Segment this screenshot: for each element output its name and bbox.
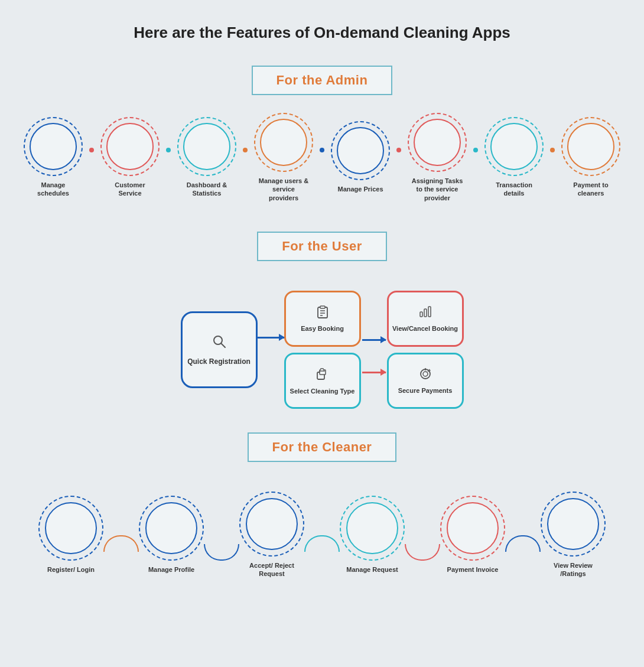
cleaner-item-payment-invoice: Payment Invoice: [440, 496, 505, 574]
circle-inner-8: [567, 123, 614, 170]
circle-label-4: Manage users & service providers: [257, 177, 310, 202]
page-wrapper: Here are the Features of On-demand Clean…: [0, 0, 644, 613]
circle-outer-3: [177, 117, 236, 176]
cleaner-circle-outer-2: [139, 496, 204, 561]
connector-5-6: [390, 148, 408, 152]
svg-rect-11: [428, 307, 431, 317]
svg-point-13: [423, 372, 428, 376]
arc-blue-bottom: [204, 544, 239, 561]
circle-outer-4: [254, 113, 313, 172]
circle-inner-1: [30, 123, 77, 170]
connector-7-8: [544, 148, 561, 152]
select-cleaning-box: Select Cleaning Type: [284, 353, 361, 409]
cleaner-circle-outer-1: [38, 496, 103, 561]
cleaner-circle-outer-5: [440, 496, 505, 561]
mid-to-right-arrows: [362, 326, 386, 373]
right-column: View/Cancel Booking Secure Payments: [387, 291, 464, 409]
main-title: Here are the Features of On-demand Clean…: [12, 24, 632, 42]
dot-5-6: [396, 148, 401, 152]
admin-item-manage-users: Manage users & service providers: [254, 113, 313, 202]
admin-item-assigning-tasks: Assigning Tasks to the service provider: [408, 113, 467, 202]
circle-outer-5: [331, 121, 390, 180]
arc-5-6: [505, 518, 541, 552]
svg-rect-9: [420, 312, 422, 317]
circle-inner-7: [490, 123, 538, 170]
easy-booking-box: Easy Booking: [284, 291, 361, 347]
view-cancel-box: View/Cancel Booking: [387, 291, 464, 347]
circle-label-5: Manage Prices: [337, 185, 383, 193]
cleaner-label-5: Payment Invoice: [447, 565, 499, 574]
cleaner-circle-inner-5: [447, 502, 499, 554]
circle-inner-6: [414, 119, 461, 166]
search-icon: [211, 333, 227, 353]
admin-item-transaction: Transaction details: [484, 117, 544, 198]
cleaner-label-1: Register/ Login: [47, 565, 95, 574]
dot-6-7: [473, 148, 478, 152]
circle-outer-6: [408, 113, 467, 172]
circle-inner-3: [183, 123, 230, 170]
qr-label: Quick Registration: [187, 357, 251, 366]
cleaner-circles-row: Register/ Login Manage Profile Accept/ R…: [12, 480, 632, 590]
dot-4-5: [320, 148, 324, 152]
dot-2-3: [166, 148, 171, 152]
arc-orange-top: [103, 535, 139, 552]
cleaner-circle-inner-4: [346, 502, 398, 554]
admin-circles-row: Manage schedules Customer Service Dashbo…: [12, 113, 632, 202]
cleaner-label-6: View Review /Ratings: [547, 561, 600, 578]
user-section-header: For the User: [12, 232, 632, 261]
user-label: For the User: [257, 232, 387, 261]
cleaner-circle-inner-6: [547, 498, 599, 550]
cleaner-section-header: For the Cleaner: [12, 432, 632, 462]
circle-label-1: Manage schedules: [27, 181, 80, 198]
circle-inner-5: [337, 127, 384, 174]
easy-booking-label: Easy Booking: [301, 325, 344, 332]
arc-4-5: [405, 544, 440, 561]
dot-7-8: [550, 148, 555, 152]
arc-blue-top-2: [505, 535, 541, 552]
middle-column: Easy Booking Select Cleaning Type: [284, 291, 361, 409]
circle-inner-2: [106, 123, 154, 170]
admin-item-customer-service: Customer Service: [100, 117, 160, 198]
cleaner-label-3: Accept/ Reject Request: [245, 561, 298, 578]
cleaner-item-view-review: View Review /Ratings: [541, 492, 606, 578]
connector-6-7: [467, 148, 484, 152]
admin-item-payment: Payment to cleaners: [561, 117, 620, 198]
quick-registration-box: Quick Registration: [181, 311, 258, 388]
arc-3-4: [304, 518, 340, 552]
arc-red-bottom: [405, 544, 440, 561]
circle-label-6: Assigning Tasks to the service provider: [411, 177, 464, 202]
clipboard-icon: [316, 305, 330, 321]
cleaner-circle-outer-4: [340, 496, 405, 561]
cleaning-icon: [315, 366, 330, 384]
circle-label-7: Transaction details: [487, 181, 541, 198]
arc-2-3: [204, 544, 239, 561]
dot-1-2: [89, 148, 94, 152]
connector-3-4: [236, 148, 254, 152]
svg-rect-3: [320, 306, 325, 308]
cleaner-circle-outer-3: [239, 492, 304, 557]
circle-outer-8: [561, 117, 620, 176]
arrow-selectcleaning-to-secure: [362, 372, 386, 373]
arrow-easy-to-viewcancel: [362, 339, 386, 341]
connector-4-5: [313, 148, 331, 152]
cleaner-circle-outer-6: [541, 492, 606, 557]
circle-outer-7: [484, 117, 544, 176]
cleaner-label-4: Manage Request: [346, 565, 398, 574]
admin-section-header: For the Admin: [12, 66, 632, 95]
select-cleaning-label: Select Cleaning Type: [290, 388, 355, 395]
user-flow: Quick Registration Easy Booking: [12, 279, 632, 432]
chart-icon: [418, 305, 432, 321]
connector-1-2: [83, 148, 100, 152]
admin-item-manage-prices: Manage Prices: [331, 121, 390, 193]
admin-label: For the Admin: [252, 66, 393, 95]
circle-outer-1: [24, 117, 83, 176]
dot-3-4: [243, 148, 248, 152]
secure-payments-box: Secure Payments: [387, 353, 464, 409]
target-icon: [418, 367, 432, 383]
circle-outer-2: [100, 117, 160, 176]
cleaner-circle-inner-1: [45, 502, 97, 554]
circle-label-2: Customer Service: [103, 181, 157, 198]
admin-item-dashboard: Dashboard & Statistics: [177, 117, 236, 198]
cleaner-item-manage-profile: Manage Profile: [139, 496, 204, 574]
connector-2-3: [160, 148, 177, 152]
